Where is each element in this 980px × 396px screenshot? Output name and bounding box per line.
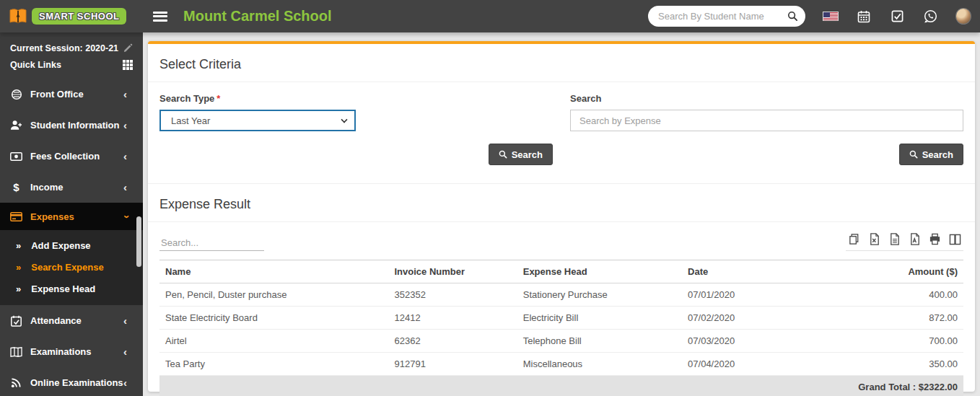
expense-table: Name Invoice Number Expense Head Date Am… bbox=[159, 260, 963, 396]
column-header-invoice[interactable]: Invoice Number bbox=[388, 260, 517, 283]
print-button[interactable] bbox=[928, 232, 942, 246]
chevron-left-icon: ‹ bbox=[123, 346, 127, 357]
chat-button[interactable] bbox=[922, 9, 938, 25]
student-search-input[interactable] bbox=[658, 11, 787, 22]
sidebar-subitem-expense-head[interactable]: » Expense Head bbox=[0, 278, 143, 299]
sidebar-item-student-information[interactable]: Student Information ‹ bbox=[0, 110, 143, 141]
fees-icon bbox=[10, 150, 22, 162]
sidebar-item-expenses[interactable]: Expenses ‹ bbox=[0, 203, 143, 230]
table-filter-input[interactable] bbox=[159, 235, 264, 251]
expense-search-button[interactable]: Search bbox=[899, 144, 963, 165]
sidebar-scrollbar-thumb[interactable] bbox=[136, 216, 141, 267]
cell-invoice: 12412 bbox=[388, 307, 517, 330]
calendar-icon bbox=[857, 10, 870, 23]
search-icon[interactable] bbox=[787, 11, 798, 22]
student-icon bbox=[10, 119, 22, 131]
search-icon bbox=[909, 150, 918, 159]
table-row: State Electricity Board 12412 Electricit… bbox=[159, 307, 963, 330]
sidebar-item-income[interactable]: $ Income ‹ bbox=[0, 172, 143, 203]
sidebar-item-online-examinations[interactable]: Online Examinations ‹ bbox=[0, 367, 143, 396]
grand-total-value: Grand Total : $2322.00 bbox=[159, 376, 963, 396]
pdf-icon bbox=[909, 233, 921, 245]
chevron-left-icon: ‹ bbox=[123, 120, 127, 131]
cell-amount: 700.00 bbox=[815, 330, 963, 353]
tasks-button[interactable] bbox=[889, 9, 905, 25]
copy-button[interactable] bbox=[847, 232, 861, 246]
calendar-button[interactable] bbox=[856, 9, 872, 25]
cell-invoice: 912791 bbox=[388, 353, 517, 376]
expenses-icon bbox=[10, 211, 22, 223]
column-visibility-button[interactable] bbox=[948, 232, 962, 246]
table-row: Pen, Pencil, Duster purchase 352352 Stat… bbox=[159, 283, 963, 307]
sidebar-subitem-search-expense[interactable]: » Search Expense bbox=[0, 256, 143, 278]
brand-name: SMART SCHOOL bbox=[32, 8, 126, 25]
brand-logo[interactable]: SMART SCHOOL bbox=[0, 0, 143, 32]
cell-date: 07/03/2020 bbox=[682, 330, 815, 353]
whatsapp-icon bbox=[924, 9, 937, 23]
table-row: Tea Party 912791 Miscellaneous 07/04/202… bbox=[159, 353, 963, 376]
export-toolbar bbox=[846, 232, 963, 251]
income-icon: $ bbox=[10, 181, 22, 193]
sidebar-item-examinations[interactable]: Examinations ‹ bbox=[0, 336, 143, 367]
edit-pencil-icon[interactable] bbox=[123, 43, 133, 53]
search-type-search-button[interactable]: Search bbox=[489, 144, 553, 165]
column-header-amount[interactable]: Amount ($) bbox=[815, 260, 963, 283]
quick-links-grid-icon[interactable] bbox=[123, 60, 133, 70]
print-icon bbox=[929, 233, 941, 245]
search-type-select[interactable]: Last Year bbox=[159, 110, 356, 131]
student-search-box[interactable] bbox=[648, 6, 805, 27]
us-flag-icon bbox=[823, 12, 839, 21]
profile-button[interactable] bbox=[955, 9, 971, 25]
hamburger-icon[interactable] bbox=[153, 12, 167, 22]
grand-total-row: Grand Total : $2322.00 bbox=[159, 376, 963, 396]
csv-export-button[interactable] bbox=[888, 232, 901, 246]
top-header: SMART SCHOOL Mount Carmel School bbox=[0, 0, 980, 32]
expense-search-input[interactable] bbox=[570, 110, 963, 131]
avatar bbox=[955, 8, 971, 25]
book-icon bbox=[9, 8, 27, 25]
front-office-icon bbox=[10, 88, 22, 100]
excel-export-button[interactable] bbox=[867, 232, 881, 246]
column-header-date[interactable]: Date bbox=[682, 260, 815, 283]
select-criteria-title: Select Criteria bbox=[159, 57, 963, 72]
cell-expense-head: Miscellaneous bbox=[517, 353, 682, 376]
sidebar: Current Session: 2020-21 Quick Links Fro… bbox=[0, 32, 143, 396]
school-title: Mount Carmel School bbox=[183, 8, 332, 25]
search-icon bbox=[499, 150, 507, 159]
examinations-icon bbox=[10, 346, 22, 358]
cell-expense-head: Telephone Bill bbox=[517, 330, 682, 353]
chevron-left-icon: ‹ bbox=[123, 377, 127, 388]
cell-date: 07/01/2020 bbox=[682, 283, 815, 307]
cell-invoice: 352352 bbox=[388, 283, 517, 307]
search-type-label: Search Type* bbox=[159, 93, 553, 104]
chevron-left-icon: ‹ bbox=[123, 315, 127, 326]
sidebar-subitem-add-expense[interactable]: » Add Expense bbox=[0, 234, 143, 256]
pdf-export-button[interactable] bbox=[908, 232, 922, 246]
csv-icon bbox=[889, 233, 901, 245]
cell-name: Airtel bbox=[159, 330, 388, 353]
quick-links-label: Quick Links bbox=[10, 60, 61, 70]
cell-date: 07/04/2020 bbox=[682, 353, 815, 376]
expenses-submenu: » Add Expense » Search Expense » Expense… bbox=[0, 230, 143, 305]
current-session-label: Current Session: 2020-21 bbox=[10, 43, 118, 53]
table-row: Airtel 62362 Telephone Bill 07/03/2020 7… bbox=[159, 330, 963, 353]
search-label: Search bbox=[570, 93, 963, 104]
table-header-row: Name Invoice Number Expense Head Date Am… bbox=[159, 260, 963, 283]
language-flag-button[interactable] bbox=[823, 9, 839, 25]
sidebar-item-attendance[interactable]: Attendance ‹ bbox=[0, 305, 143, 336]
column-header-name[interactable]: Name bbox=[159, 260, 388, 283]
chevron-left-icon: ‹ bbox=[123, 182, 127, 193]
sidebar-item-front-office[interactable]: Front Office ‹ bbox=[0, 79, 143, 110]
copy-icon bbox=[848, 233, 860, 245]
excel-icon bbox=[869, 233, 880, 245]
online-exams-icon bbox=[10, 377, 22, 389]
double-angle-icon: » bbox=[16, 262, 21, 273]
column-header-expense-head[interactable]: Expense Head bbox=[517, 260, 682, 283]
chevron-left-icon: ‹ bbox=[123, 151, 127, 162]
chevron-down-icon: ‹ bbox=[120, 215, 131, 219]
check-square-icon bbox=[891, 10, 904, 22]
sidebar-item-fees-collection[interactable]: Fees Collection ‹ bbox=[0, 141, 143, 172]
main-panel: Select Criteria Search Type* Last Year S… bbox=[148, 41, 975, 392]
cell-date: 07/02/2020 bbox=[682, 307, 815, 330]
cell-name: Pen, Pencil, Duster purchase bbox=[159, 283, 388, 307]
